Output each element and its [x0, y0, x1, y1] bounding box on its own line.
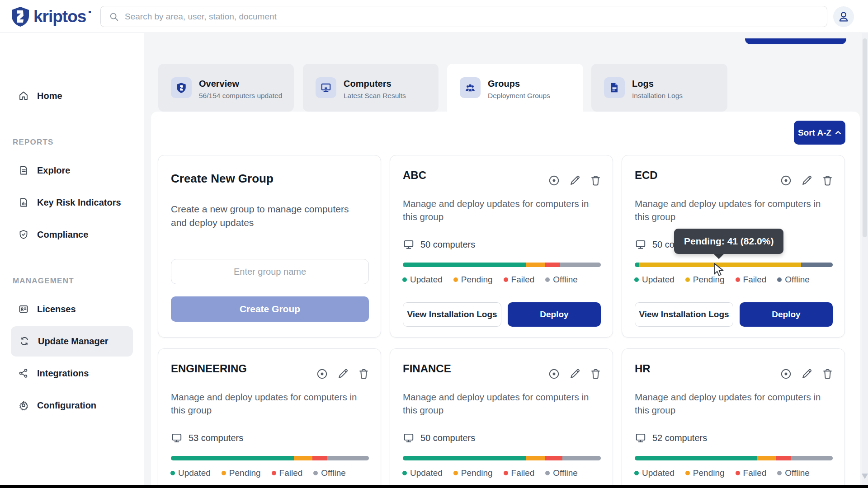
- legend-label: Pending: [461, 275, 493, 285]
- edit-icon[interactable]: [801, 174, 813, 187]
- legend-item-updated: Updated: [402, 468, 443, 478]
- sidebar-item-compliance[interactable]: Compliance: [0, 225, 144, 244]
- bar-segment-pending: [757, 456, 776, 460]
- legend-item-pending: Pending: [453, 468, 493, 478]
- topbar: kriptos: [0, 0, 868, 33]
- computer-count-row: 50 computers: [403, 432, 475, 444]
- share-nodes-icon: [18, 368, 29, 379]
- deploy-button[interactable]: Deploy: [740, 302, 833, 327]
- tab-overview[interactable]: Overview 56/154 computers updated: [158, 64, 294, 112]
- view-icon[interactable]: [316, 368, 328, 380]
- status-progress-bar[interactable]: [403, 456, 601, 460]
- bar-segment-failed: [776, 456, 791, 460]
- group-computer-count: 53 computers: [189, 433, 243, 443]
- bar-segment-failed: [312, 456, 327, 460]
- sidebar-item-licenses[interactable]: Licenses: [0, 299, 144, 319]
- group-name-input[interactable]: [171, 259, 369, 284]
- users-icon: [464, 82, 476, 94]
- legend-item-offline: Offline: [545, 275, 578, 285]
- logo-wordmark: kriptos: [33, 7, 86, 26]
- legend-label: Offline: [553, 275, 578, 285]
- tab-computers[interactable]: Computers Latest Scan Results: [303, 64, 439, 112]
- legend-label: Pending: [229, 468, 261, 478]
- bar-segment-offline: [801, 263, 833, 267]
- sidebar-item-update-manager[interactable]: Update Manager: [0, 331, 144, 351]
- legend-item-failed: Failed: [272, 468, 303, 478]
- computer-count-row: 50 computers: [403, 239, 475, 250]
- legend-item-failed: Failed: [504, 468, 535, 478]
- sidebar-item-label: Home: [37, 91, 62, 101]
- bar-segment-updated: [403, 263, 526, 267]
- status-progress-bar[interactable]: [171, 456, 369, 460]
- deploy-button[interactable]: Deploy: [508, 302, 601, 327]
- group-actions: [316, 368, 370, 380]
- legend-dot: [402, 471, 407, 475]
- group-description: Manage and deploy updates for computers …: [403, 390, 602, 417]
- edit-icon[interactable]: [337, 368, 349, 380]
- sidebar-item-key-risk-indicators[interactable]: Key Risk Indicators: [0, 192, 144, 212]
- create-group-button[interactable]: Create Group: [171, 296, 369, 322]
- edit-icon[interactable]: [569, 368, 581, 380]
- legend-label: Failed: [279, 468, 303, 478]
- legend-dot: [777, 277, 782, 282]
- sidebar-item-integrations[interactable]: Integrations: [0, 363, 144, 383]
- status-progress-bar[interactable]: [635, 456, 833, 460]
- legend-label: Offline: [785, 468, 810, 478]
- legend-item-offline: Offline: [777, 275, 810, 285]
- delete-icon[interactable]: [590, 174, 602, 187]
- sidebar-item-label: Integrations: [37, 368, 89, 379]
- legend-dot: [222, 471, 226, 475]
- legend-label: Failed: [511, 468, 535, 478]
- legend-label: Failed: [743, 275, 767, 285]
- global-search: [100, 6, 827, 27]
- scrollbar-thumb[interactable]: [863, 38, 867, 237]
- sidebar-item-explore[interactable]: Explore: [0, 160, 144, 180]
- view-logs-button[interactable]: View Installation Logs: [403, 302, 501, 327]
- group-actions: [548, 368, 602, 380]
- view-icon[interactable]: [548, 174, 560, 187]
- legend-label: Updated: [642, 275, 675, 285]
- chart-document-icon: [18, 197, 29, 208]
- kriptos-logo: kriptos: [11, 6, 91, 27]
- view-icon[interactable]: [780, 368, 792, 380]
- delete-icon[interactable]: [358, 368, 370, 380]
- sidebar-item-home[interactable]: Home: [0, 86, 144, 106]
- status-progress-bar[interactable]: [635, 263, 833, 267]
- tab-subtitle: Latest Scan Results: [344, 92, 406, 100]
- scrollbar-down-arrow-icon[interactable]: [862, 474, 868, 479]
- legend-dot: [504, 277, 508, 282]
- home-icon: [18, 90, 29, 101]
- legend-item-failed: Failed: [736, 468, 767, 478]
- group-card-abc: ABC Manage and deploy updates for comput…: [390, 155, 613, 338]
- bar-segment-offline: [327, 456, 369, 460]
- sidebar-item-configuration[interactable]: Configuration: [0, 395, 144, 415]
- sort-button[interactable]: Sort A-Z: [794, 121, 845, 145]
- tab-groups[interactable]: Groups Deployment Groups: [447, 64, 583, 116]
- edit-icon[interactable]: [569, 174, 581, 187]
- group-description: Manage and deploy updates for computers …: [635, 390, 834, 417]
- legend-label: Updated: [410, 275, 443, 285]
- legend-item-failed: Failed: [736, 275, 767, 285]
- monitor-icon: [320, 82, 332, 94]
- view-icon[interactable]: [780, 174, 792, 187]
- delete-icon[interactable]: [821, 174, 834, 187]
- search-input[interactable]: [125, 12, 827, 22]
- status-progress-bar[interactable]: [403, 263, 601, 267]
- user-avatar-button[interactable]: [833, 6, 854, 27]
- sync-icon: [19, 336, 30, 347]
- legend-label: Pending: [693, 468, 725, 478]
- delete-icon[interactable]: [590, 368, 602, 380]
- delete-icon[interactable]: [821, 368, 834, 380]
- tab-logs[interactable]: Logs Installation Logs: [591, 64, 727, 112]
- view-icon[interactable]: [548, 368, 560, 380]
- legend-label: Offline: [785, 275, 810, 285]
- legend-dot: [736, 471, 740, 475]
- view-logs-button[interactable]: View Installation Logs: [635, 302, 733, 327]
- pending-tooltip: Pending: 41 (82.0%): [674, 229, 783, 254]
- legend-dot: [685, 277, 690, 282]
- edit-icon[interactable]: [801, 368, 813, 380]
- group-description: Manage and deploy updates for computers …: [403, 197, 602, 223]
- legend-dot: [170, 471, 175, 475]
- scrollbar[interactable]: [862, 33, 868, 486]
- partial-primary-button[interactable]: [745, 38, 846, 44]
